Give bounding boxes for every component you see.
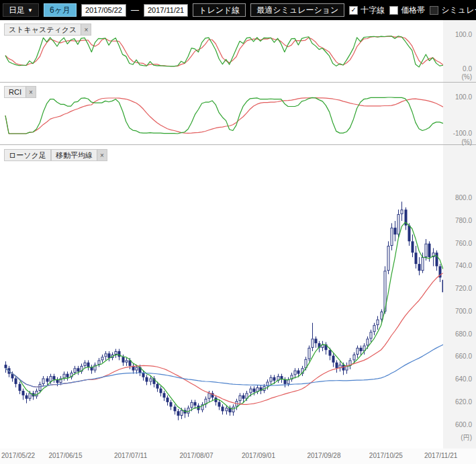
candlestick-panel: ローソク足 移動平均線 × (円) 800.0780.0760.0740.072… <box>0 145 476 449</box>
date-axis-label: 2017/09/28 <box>307 452 340 459</box>
price-axis-label: 660.0 <box>455 353 472 361</box>
price-axis-label: 600.0 <box>455 421 472 429</box>
rci-y-min-label: -100.0 <box>453 130 472 138</box>
candlestick-plot[interactable] <box>0 145 443 449</box>
interval-label: 日足 <box>9 5 25 16</box>
trend-line-button[interactable]: トレンド線 <box>193 3 246 17</box>
price-axis-label: 720.0 <box>455 285 472 293</box>
rci-title: RCI <box>5 87 26 97</box>
date-axis-label: 2017/11/21 <box>424 452 457 459</box>
rci-y-max-label: 100.0 <box>455 93 472 101</box>
date-axis-label: 2017/05/22 <box>1 452 35 459</box>
rci-plot[interactable] <box>0 83 443 145</box>
date-from-input[interactable]: 2017/05/22 <box>81 4 126 17</box>
moving-average-chip: 移動平均線 × <box>51 149 107 161</box>
date-axis-label: 2017/06/15 <box>48 452 82 459</box>
interval-dropdown[interactable]: 日足 ▼ <box>3 3 39 17</box>
price-axis-label: 740.0 <box>455 262 472 270</box>
price-band-checkbox-group: 価格帯 <box>389 5 425 16</box>
date-axis-label: 2017/09/01 <box>242 452 275 459</box>
price-axis-label: 620.0 <box>455 398 472 406</box>
rci-unit-label: (%) <box>461 138 472 146</box>
crosshair-checkbox-group: ✓ 十字線 <box>349 5 385 16</box>
price-axis-label: 800.0 <box>455 194 472 202</box>
optimal-simulation-button[interactable]: 最適シミュレーション <box>250 3 344 17</box>
stock-chart-application: 日足 ▼ 6ヶ月 2017/05/22 — 2017/11/21 トレンド線 最… <box>0 0 476 464</box>
price-axis-label: 640.0 <box>455 375 472 383</box>
date-axis-label: 2017/08/07 <box>179 452 213 459</box>
stochastics-title: ストキャスティクス <box>5 24 81 35</box>
stoch-y-min-label: 0.0 <box>463 65 472 73</box>
moving-average-title: 移動平均線 <box>52 150 97 160</box>
price-band-label: 価格帯 <box>401 5 425 16</box>
simulation-checkbox[interactable] <box>430 6 438 15</box>
rci-chip: RCI × <box>4 86 36 98</box>
close-icon[interactable]: × <box>81 24 91 35</box>
stoch-unit-label: (%) <box>461 73 472 81</box>
chevron-down-icon: ▼ <box>28 7 33 13</box>
price-axis-label: 680.0 <box>455 330 472 338</box>
date-to-input[interactable]: 2017/11/21 <box>144 4 188 17</box>
simulation-checkbox-group: シミュレー <box>430 5 476 16</box>
price-band-checkbox[interactable] <box>389 6 398 15</box>
close-icon[interactable]: × <box>97 150 107 160</box>
simulation-label: シミュレー <box>441 5 476 16</box>
candlestick-chip: ローソク足 <box>4 149 51 161</box>
price-axis-label: 760.0 <box>455 240 472 248</box>
stochastics-panel: ストキャスティクス × 100.0 0.0 (%) <box>0 20 476 83</box>
stoch-y-max-label: 100.0 <box>455 31 472 39</box>
close-icon[interactable]: × <box>26 87 36 97</box>
crosshair-label: 十字線 <box>361 5 385 16</box>
candlestick-title: ローソク足 <box>5 150 50 160</box>
price-axis-label: 780.0 <box>455 217 472 225</box>
rci-panel: RCI × 100.0 -100.0 (%) <box>0 83 476 145</box>
x-axis: 2017/05/222017/06/152017/07/112017/08/07… <box>0 449 476 464</box>
date-range-separator: — <box>131 5 139 15</box>
toolbar: 日足 ▼ 6ヶ月 2017/05/22 — 2017/11/21 トレンド線 最… <box>0 0 476 20</box>
price-unit-label: (円) <box>461 434 472 442</box>
crosshair-checkbox[interactable]: ✓ <box>349 6 358 15</box>
date-axis-label: 2017/10/25 <box>369 452 403 459</box>
price-axis-label: 700.0 <box>455 308 472 316</box>
stochastics-chip: ストキャスティクス × <box>4 24 91 36</box>
range-6month-button[interactable]: 6ヶ月 <box>44 3 77 17</box>
date-axis-label: 2017/07/11 <box>114 452 147 459</box>
